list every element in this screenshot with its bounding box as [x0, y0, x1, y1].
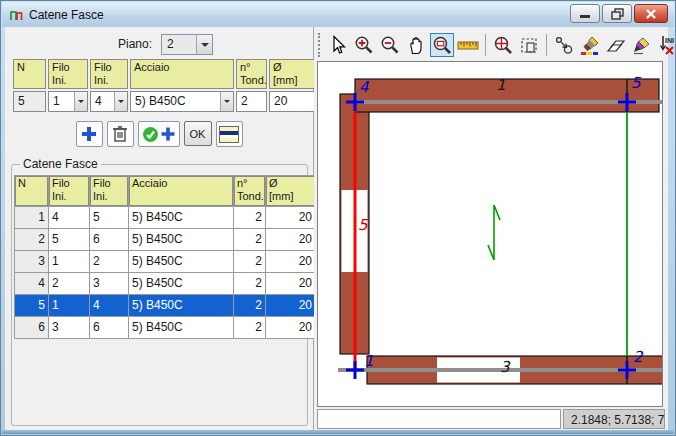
toolbar-button-zoom-window[interactable] [430, 33, 454, 57]
window-bottom-border [2, 430, 674, 434]
toolbar-grip[interactable] [318, 33, 320, 57]
drawing-panel: INI FIN [314, 27, 668, 432]
close-button[interactable] [634, 4, 668, 23]
plan-drawing: 4 5 1 2 1 5 3 [318, 62, 663, 407]
chevron-down-icon[interactable] [220, 92, 233, 111]
column-header-acciaio: Acciaio [130, 59, 234, 89]
minimize-icon [579, 9, 591, 19]
column-header-tondini: n°Tond. [234, 176, 265, 206]
edit-filo-ini-select[interactable]: 1 [48, 91, 88, 112]
north-arrow-icon [488, 205, 500, 260]
catene-panel: Piano: 2 N FiloIni. FiloIni. Acciaio n°T… [5, 27, 314, 432]
add-button[interactable] [76, 121, 103, 147]
toolbar-button-zoom-extents[interactable] [491, 33, 515, 57]
toolbar-button-measure[interactable] [456, 33, 480, 57]
pen-icon [631, 35, 653, 55]
piano-select[interactable]: 2 [161, 34, 213, 55]
chevron-down-icon[interactable] [114, 92, 127, 111]
catena-label-left-selected: 5 [358, 216, 369, 234]
group-title: Catene Fasce [20, 157, 101, 171]
status-bar: 2.1848; 5.7138; 7 [317, 409, 665, 430]
edit-filo-fin-select[interactable]: 4 [90, 91, 128, 112]
close-icon [645, 8, 657, 20]
column-header-diametro: Ø[mm] [269, 59, 318, 89]
node-marker-1[interactable] [346, 361, 364, 379]
zoom-in-icon [354, 35, 374, 55]
column-header-filo-fin: FiloIni. [90, 59, 128, 89]
plus-icon [160, 126, 176, 142]
catena-label-top: 1 [496, 76, 506, 94]
drawing-toolbar: INI FIN [314, 29, 668, 61]
column-header-filo-ini: FiloIni. [48, 59, 88, 89]
zoom-window-icon [432, 35, 452, 55]
check-circle-icon [142, 126, 159, 143]
edit-diametro-field[interactable]: 20 [269, 91, 318, 112]
toolbar-button-pan[interactable] [404, 33, 428, 57]
toolbar-button-layers[interactable] [604, 33, 628, 57]
minimize-button[interactable] [570, 4, 600, 23]
toolbar-button-snap-nodes[interactable] [552, 33, 576, 57]
wall-top [355, 79, 659, 112]
toolbar-button-zoom-in[interactable] [352, 33, 376, 57]
column-header-filo-fin: FiloIni. [90, 176, 128, 206]
plan-view-canvas[interactable]: 4 5 1 2 1 5 3 [317, 61, 663, 407]
title-bar[interactable]: Catene Fasce [2, 2, 674, 27]
toolbar-button-pen[interactable] [630, 33, 654, 57]
edit-tondini-field[interactable]: 2 [236, 91, 267, 112]
column-header-n: N [13, 59, 46, 89]
column-header-tondini: n°Tond. [236, 59, 267, 89]
catene-table: N FiloIni. FiloIni. Acciaio n°Tond. Ø[mm… [14, 175, 316, 339]
toolbar-separator [546, 34, 547, 56]
node-label-bottom-right: 2 [633, 348, 644, 366]
catene-fasce-group: Catene Fasce N FiloIni. FiloIni. Acciaio… [11, 157, 308, 426]
ruler-icon [457, 35, 479, 55]
plus-icon [80, 125, 98, 143]
catena-label-bottom: 3 [500, 358, 511, 376]
layers-icon [605, 35, 627, 55]
selection-rect-icon [519, 35, 539, 55]
command-input[interactable] [317, 409, 561, 429]
chevron-down-icon[interactable] [74, 92, 87, 111]
paintbrush-icon [579, 35, 601, 55]
select-cursor-icon [328, 35, 348, 55]
toolbar-button-select[interactable] [326, 33, 350, 57]
app-icon [9, 8, 24, 22]
toolbar-button-ini-marker[interactable]: INI [656, 33, 676, 57]
toolbar-button-selection-rect[interactable] [517, 33, 541, 57]
delete-button[interactable] [107, 121, 134, 147]
column-header-n: N [15, 176, 48, 206]
chevron-down-icon[interactable] [196, 35, 212, 54]
edit-grid: N FiloIni. FiloIni. Acciaio n°Tond. Ø[mm… [13, 59, 318, 112]
piano-label: Piano: [118, 37, 152, 51]
edit-n-field[interactable]: 5 [13, 91, 46, 112]
column-header-diametro: Ø[mm] [266, 176, 315, 206]
svg-text:INI: INI [665, 37, 674, 44]
striped-table-icon [219, 126, 239, 143]
toolbar-separator [485, 34, 486, 56]
cursor-coordinates: 2.1848; 5.7138; 7 [563, 409, 665, 429]
restore-button[interactable] [602, 4, 632, 23]
node-label-top-right: 5 [631, 74, 642, 92]
toolbar-button-zoom-out[interactable] [378, 33, 402, 57]
column-header-acciaio: Acciaio [129, 176, 233, 206]
window-title: Catene Fasce [29, 8, 104, 22]
column-header-filo-ini: FiloIni. [49, 176, 89, 206]
ok-button[interactable]: OK [184, 121, 212, 146]
node-label-bottom-left: 1 [364, 352, 374, 370]
trash-icon [112, 125, 128, 143]
ini-marker-icon: INI [657, 34, 676, 56]
snap-nodes-icon [554, 35, 574, 55]
zoom-extents-icon [493, 35, 513, 55]
restore-icon [611, 8, 624, 20]
piano-value: 2 [162, 35, 196, 54]
table-view-button[interactable] [216, 121, 243, 147]
node-label-top-left: 4 [359, 78, 369, 96]
confirm-add-button[interactable] [138, 121, 180, 147]
dialog-window: Catene Fasce Piano: [0, 0, 676, 436]
pan-hand-icon [406, 35, 426, 55]
edit-acciaio-select[interactable]: 5) B450C [130, 91, 234, 112]
zoom-out-icon [380, 35, 400, 55]
toolbar-button-paint[interactable] [578, 33, 602, 57]
